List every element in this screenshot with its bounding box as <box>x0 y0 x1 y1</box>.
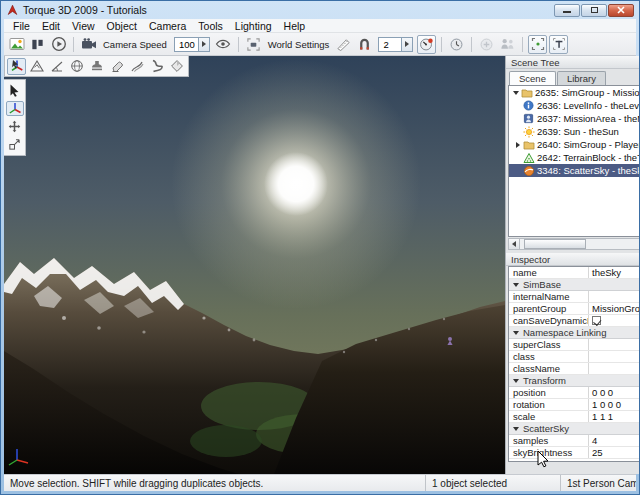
object-editor-tool[interactable] <box>7 58 26 75</box>
terrain-ruler-icon <box>336 37 351 51</box>
scrollbar-thumb[interactable] <box>524 239 586 249</box>
world-editor-button[interactable] <box>7 35 26 54</box>
menu-lighting[interactable]: Lighting <box>229 20 278 32</box>
property-value[interactable] <box>589 351 640 362</box>
move-gizmo-tool[interactable] <box>6 101 24 116</box>
property-value[interactable] <box>589 291 640 302</box>
frame-camera-button[interactable] <box>244 35 263 54</box>
tree-item-playerdroppoints[interactable]: 2640: SimGroup - PlayerDropP <box>509 138 640 151</box>
snap-magnet-button[interactable] <box>355 35 374 54</box>
maximize-icon <box>591 7 598 13</box>
toolbar-separator <box>522 37 523 52</box>
player-list-button[interactable] <box>498 35 517 54</box>
menu-file[interactable]: File <box>7 20 36 32</box>
inspector-section-transform[interactable]: Transform <box>509 375 640 387</box>
tree-item-scattersky[interactable]: 3348: ScatterSky - theSky <box>509 164 640 177</box>
toolbar-separator <box>471 37 472 52</box>
expander-closed-icon[interactable] <box>513 142 522 148</box>
scroll-left-button[interactable] <box>509 239 520 249</box>
road-tool[interactable] <box>127 58 146 75</box>
title-bar[interactable]: Torque 3D 2009 - Tutorials <box>4 1 636 19</box>
speedometer-icon <box>419 37 434 52</box>
property-value[interactable] <box>589 339 640 350</box>
clock-icon <box>449 37 464 52</box>
play-button[interactable] <box>49 35 68 54</box>
tab-library[interactable]: Library <box>557 71 606 85</box>
inspector-row-superclass: superClass <box>509 339 640 351</box>
property-value[interactable]: 4 <box>589 435 640 446</box>
speed-toggle-button[interactable] <box>417 35 436 54</box>
tree-item-missionarea[interactable]: 2637: MissionArea - theMis <box>509 112 640 125</box>
frame-camera-icon <box>246 37 261 52</box>
frame-selection-button[interactable] <box>528 35 547 54</box>
camera-speed-dropdown-arrow[interactable] <box>198 38 209 51</box>
close-button[interactable] <box>608 4 634 17</box>
layout-panels-button[interactable] <box>28 35 47 54</box>
tree-item-sun[interactable]: 2639: Sun - theSun <box>509 125 640 138</box>
property-name: name <box>509 267 589 278</box>
visibility-button[interactable] <box>214 35 233 54</box>
slope-tool[interactable] <box>47 58 66 75</box>
inspector-section-namespace[interactable]: Namespace Linking <box>509 327 640 339</box>
inspector-section-scattersky[interactable]: ScatterSky <box>509 423 640 435</box>
maximize-button[interactable] <box>581 4 607 17</box>
river-icon <box>150 59 164 73</box>
camera-button[interactable] <box>79 35 98 54</box>
property-name: position <box>509 387 589 398</box>
property-value[interactable]: 25 <box>589 447 640 458</box>
select-tool[interactable] <box>6 83 24 98</box>
property-value[interactable] <box>589 315 640 326</box>
river-tool[interactable] <box>147 58 166 75</box>
property-value[interactable]: theSky <box>589 267 640 278</box>
menu-camera[interactable]: Camera <box>143 20 192 32</box>
toolbar-separator <box>441 37 442 52</box>
inspector-section-simbase[interactable]: SimBase <box>509 279 640 291</box>
terrain-editor-tool[interactable] <box>27 58 46 75</box>
camera-speed-dropdown[interactable]: 100 <box>174 37 210 52</box>
tab-scene[interactable]: Scene <box>509 71 556 85</box>
menu-object[interactable]: Object <box>101 20 143 32</box>
decal-tool[interactable] <box>167 58 186 75</box>
add-object-button[interactable] <box>477 35 496 54</box>
section-collapse-icon <box>513 283 519 287</box>
viewport-3d[interactable] <box>4 56 505 474</box>
scatter-sky-icon <box>522 165 535 177</box>
property-value[interactable]: 1 0 0 0 <box>589 399 640 410</box>
property-value[interactable]: 0 0 0 <box>589 387 640 398</box>
inspector-row-internalname: internalName <box>509 291 640 303</box>
world-editor-icon <box>9 36 25 52</box>
eraser-tool[interactable] <box>107 58 126 75</box>
app-logo-icon <box>6 4 19 17</box>
checkbox-checked[interactable] <box>592 316 601 325</box>
property-name: scale <box>509 411 589 422</box>
world-materials-tool[interactable] <box>67 58 86 75</box>
tree-item-missiongroup[interactable]: 2635: SimGroup - MissionGroup <box>509 86 640 99</box>
menu-tools[interactable]: Tools <box>192 20 229 32</box>
time-clock-button[interactable] <box>447 35 466 54</box>
menu-edit[interactable]: Edit <box>36 20 66 32</box>
minimize-button[interactable] <box>554 4 580 17</box>
snap-size-dropdown-arrow[interactable] <box>401 38 412 51</box>
stamp-tool[interactable] <box>87 58 106 75</box>
globe-icon <box>70 59 84 73</box>
property-value[interactable] <box>589 363 640 374</box>
property-value[interactable]: 1 1 1 <box>589 411 640 422</box>
scene-tree-hscrollbar[interactable] <box>508 238 640 250</box>
play-icon <box>51 36 67 52</box>
expander-open-icon[interactable] <box>511 91 520 95</box>
main-toolbar: Camera Speed 100 World Settings <box>4 33 636 56</box>
menu-help[interactable]: Help <box>278 20 312 32</box>
text-labels-button[interactable] <box>549 35 568 54</box>
snap-size-dropdown[interactable]: 2 <box>378 37 413 52</box>
right-panel: Scene Tree Scene Library <box>505 56 640 474</box>
menu-view[interactable]: View <box>66 20 101 32</box>
section-collapse-icon <box>513 427 519 431</box>
translate-tool[interactable] <box>6 119 24 134</box>
property-value[interactable]: MissionGroup <box>589 303 640 314</box>
tree-item-levelinfo[interactable]: 2636: LevelInfo - theLevelInfo <box>509 99 640 112</box>
snap-magnet-icon <box>358 37 371 51</box>
scale-tool[interactable] <box>6 137 24 152</box>
terrain-ruler-button[interactable] <box>334 35 353 54</box>
tree-item-terrainblock[interactable]: 2642: TerrainBlock - theTerrain <box>509 151 640 164</box>
stamp-icon <box>90 59 104 73</box>
